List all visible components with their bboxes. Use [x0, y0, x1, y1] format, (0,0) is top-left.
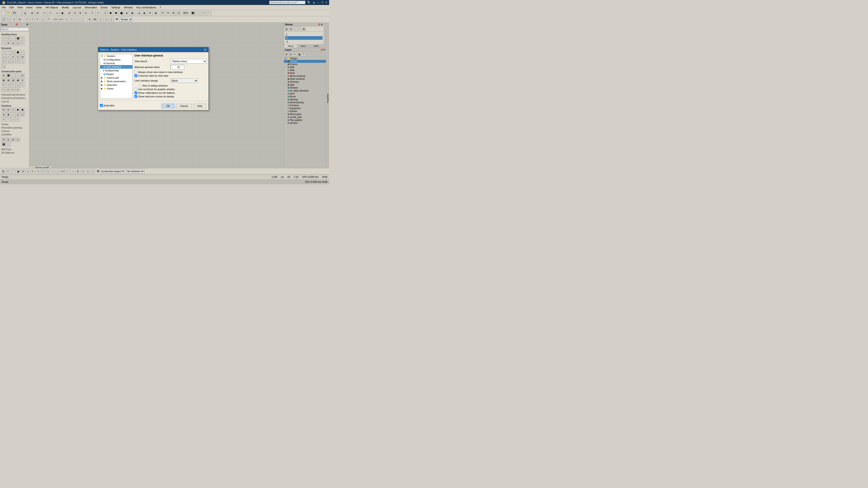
tree-views[interactable]: ▶ Views [100, 87, 132, 90]
always-show-label: Always show new views in new windows [138, 71, 183, 73]
config-icon [103, 58, 105, 61]
extended-label: Extended [104, 104, 114, 107]
tree-work-params[interactable]: ▶ Work parameters [100, 79, 132, 83]
show-notifications-checkbox[interactable] [134, 92, 137, 94]
colourise-tabs-label: Colourise tabs by view type [138, 74, 168, 77]
saveload-folder-icon [104, 76, 106, 79]
system-folder-icon [104, 55, 106, 57]
always-show-row: Always show new views in new windows [134, 71, 207, 73]
ui-design-label: User interface design [134, 79, 170, 82]
tree-depiction[interactable]: ▶ Depiction [100, 83, 132, 87]
use-scroll-checkbox[interactable] [134, 88, 137, 91]
dialog-title: Options - System - User interface [100, 48, 137, 51]
max-views-input[interactable] [170, 65, 184, 69]
depiction-folder-icon [104, 84, 106, 86]
region-icon [103, 73, 106, 75]
show-notifications-row: Show notifications as info balloon [134, 92, 207, 94]
dialog-tree: ▼ System Configuration General User inte… [100, 54, 133, 99]
tooltips-icon [103, 69, 104, 72]
tree-user-interface[interactable]: User interface [100, 65, 132, 69]
show-welcome-label: Show welcome screen at startup [138, 95, 174, 98]
extended-row: Extended [98, 103, 116, 108]
tree-system[interactable]: ▼ System [100, 54, 132, 58]
always-show-checkbox[interactable] [134, 71, 137, 73]
ui-design-row: User interface design Black Light Dark C… [134, 78, 207, 83]
dialog-content: ▼ System Configuration General User inte… [98, 52, 209, 101]
view-layout-label: View layout [134, 60, 170, 63]
tree-region[interactable]: Region [100, 72, 132, 76]
general-icon [103, 62, 105, 65]
ui-design-select[interactable]: Black Light Dark Classic [170, 78, 198, 83]
max-views-label: Maximal opened views [134, 66, 170, 68]
dialog-buttons: OK Cancel Help [160, 102, 209, 110]
also-dialog-checkbox[interactable] [139, 84, 142, 87]
view-layout-row: View layout Tabbed views Floating window… [134, 59, 207, 64]
tree-general[interactable]: General [100, 61, 132, 65]
options-dialog: Options - System - User interface ✕ ▼ Sy… [98, 47, 209, 110]
max-views-row: Maximal opened views [134, 65, 207, 69]
tree-tooltips[interactable]: Tooltips/Help [100, 69, 132, 72]
tree-configuration[interactable]: Configuration [100, 58, 132, 61]
colourise-tabs-checkbox[interactable] [134, 74, 137, 77]
help-button[interactable]: Help [193, 104, 207, 108]
show-notifications-label: Show notifications as info balloon [138, 92, 175, 94]
view-layout-select[interactable]: Tabbed views Floating windows Single win… [170, 59, 207, 64]
ok-button[interactable]: OK [161, 104, 175, 108]
use-scroll-row: Use scroll bar for graphic window [134, 88, 207, 91]
dialog-overlay: Options - System - User interface ✕ ▼ Sy… [0, 0, 329, 184]
dialog-titlebar: Options - System - User interface ✕ [98, 47, 209, 52]
dialog-footer: Extended OK Cancel Help [98, 101, 209, 110]
workparams-folder-icon [104, 80, 106, 83]
show-welcome-row: Show welcome screen at startup [134, 95, 207, 98]
dialog-section-title: User interface general [134, 54, 207, 57]
also-dialog-label: Also in dialog windows [143, 84, 168, 87]
dialog-close-button[interactable]: ✕ [204, 48, 207, 51]
ui-icon [103, 66, 105, 68]
colourise-tabs-row: Colourise tabs by view type [134, 74, 207, 77]
also-dialog-row: Also in dialog windows [134, 84, 207, 87]
tree-save-load[interactable]: ▶ Save/Load [100, 76, 132, 79]
cancel-button[interactable]: Cancel [176, 104, 192, 108]
extended-checkbox[interactable] [100, 104, 103, 107]
dialog-right-panel: User interface general View layout Tabbe… [134, 54, 207, 99]
use-scroll-label: Use scroll bar for graphic window [138, 88, 175, 91]
show-welcome-checkbox[interactable] [134, 95, 137, 98]
views-folder-icon [104, 87, 106, 90]
